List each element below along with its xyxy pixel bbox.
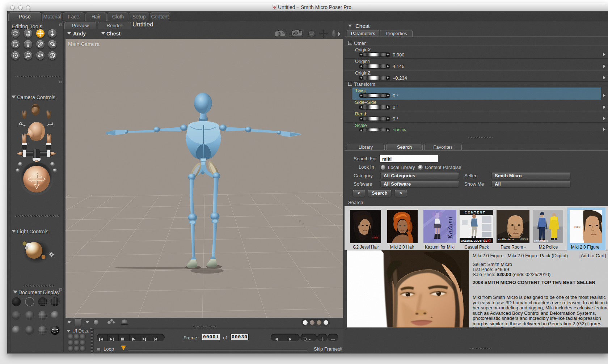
- svg-text:smithmicro: smithmicro: [534, 240, 548, 242]
- svg-text:smithmicro: smithmicro: [498, 238, 514, 241]
- svg-text:James: James: [520, 238, 528, 240]
- svg-text:KaZumi: KaZumi: [446, 217, 454, 239]
- svg-text:CONTENT: CONTENT: [465, 211, 486, 214]
- svg-text:mikie: mikie: [574, 225, 581, 229]
- svg-text:mikie: mikie: [372, 236, 378, 239]
- svg-text:MIKI: MIKI: [484, 239, 491, 243]
